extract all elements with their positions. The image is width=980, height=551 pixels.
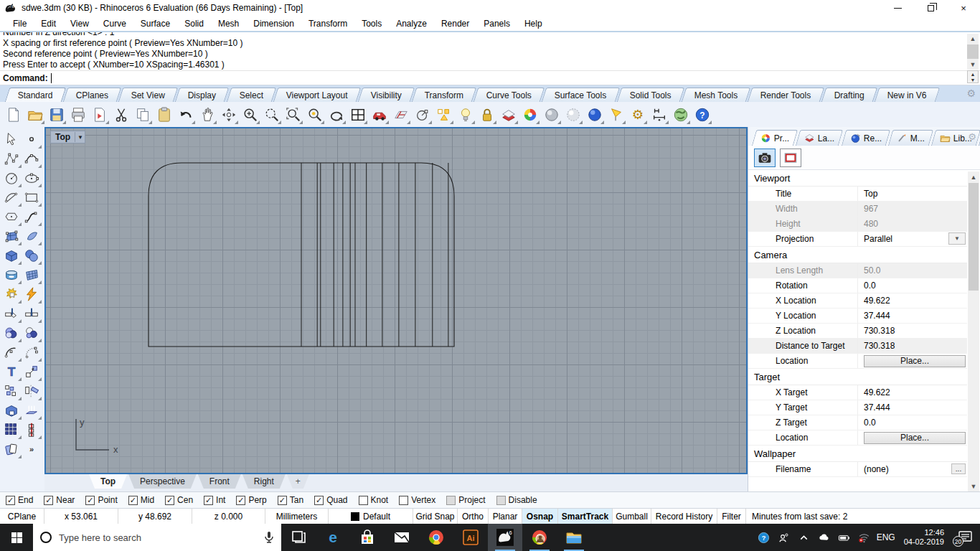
scroll-down-icon[interactable]: ▼ [967, 60, 979, 70]
checkbox-mid[interactable]: ✓ [128, 496, 138, 505]
menu-item-surface[interactable]: Surface [133, 17, 177, 31]
status-grid-snap[interactable]: Grid Snap [413, 509, 458, 524]
toolbar-tab-display[interactable]: Display [175, 88, 230, 102]
toolbar-tab-standard[interactable]: Standard [5, 88, 66, 102]
property-value[interactable]: 37.444 [857, 309, 967, 323]
property-value[interactable]: Top [857, 187, 967, 201]
rotate-view-icon[interactable] [220, 105, 238, 124]
command-line[interactable]: Command: [0, 70, 980, 85]
options-icon[interactable]: ⚙ [628, 105, 647, 124]
status-osnap[interactable]: Osnap [522, 509, 558, 524]
status-record-history[interactable]: Record History [651, 509, 717, 524]
top-viewport[interactable]: yx Top ▼ [44, 127, 748, 474]
chevron-up-icon[interactable] [796, 524, 812, 551]
move-scale-icon[interactable] [22, 362, 41, 380]
osnap-point[interactable]: ✓Point [85, 495, 117, 505]
mail-icon[interactable] [385, 524, 419, 551]
store-icon[interactable] [350, 524, 385, 551]
new-file-icon[interactable] [4, 105, 23, 124]
new-viewport-tab[interactable]: + [287, 474, 309, 489]
toolbar-tab-solid-tools[interactable]: Solid Tools [617, 88, 684, 102]
checkbox-point[interactable]: ✓ [85, 496, 95, 505]
osnap-disable[interactable]: ✓Disable [496, 495, 537, 505]
extrude-surface-icon[interactable] [22, 401, 41, 419]
scroll-thumb[interactable] [967, 44, 979, 59]
explode-star-icon[interactable] [2, 285, 21, 303]
status-z-0-000[interactable]: z 0.000 [192, 509, 265, 524]
notes-flag-icon[interactable] [607, 105, 626, 124]
layer-tools-icon[interactable] [499, 105, 518, 124]
filename-browse-button[interactable]: ... [951, 463, 966, 474]
toolbar-tab-transform[interactable]: Transform [412, 88, 477, 102]
cut-icon[interactable] [112, 105, 131, 124]
box-icon[interactable] [2, 246, 21, 264]
panel-tab-m[interactable]: M... [888, 130, 933, 146]
fillet-lightning-icon[interactable] [22, 285, 41, 303]
osnap-near[interactable]: ✓Near [44, 495, 75, 505]
named-view-icon[interactable] [370, 105, 389, 124]
menu-item-file[interactable]: File [6, 17, 34, 31]
help-icon[interactable]: ? [693, 105, 712, 124]
toolbar-tab-curve-tools[interactable]: Curve Tools [473, 88, 545, 102]
ghosted-viewport-icon[interactable] [564, 105, 583, 124]
checkbox-disable[interactable]: ✓ [496, 496, 506, 505]
viewport-layout-icon[interactable] [349, 105, 367, 124]
checkbox-project[interactable]: ✓ [446, 496, 456, 505]
osnap-int[interactable]: ✓Int [204, 495, 225, 505]
single-point-icon[interactable] [22, 130, 41, 148]
extrude-solid-icon[interactable] [2, 401, 21, 419]
status-minutes-from-last-save-2[interactable]: Minutes from last save: 2 [746, 509, 980, 524]
osnap-tan[interactable]: ✓Tan [278, 495, 303, 505]
panel-scrollbar[interactable]: ▲ ▼ [968, 171, 979, 491]
scroll-down-icon[interactable]: ▼ [968, 481, 979, 491]
taskbar-clock[interactable]: 12:46 04-02-2019 [900, 528, 948, 547]
trim-icon[interactable] [2, 304, 21, 322]
toolbar-tab-visibility[interactable]: Visibility [358, 88, 415, 102]
place-button[interactable]: Place... [864, 432, 966, 444]
paste-icon[interactable] [155, 105, 174, 124]
toolbar-tab-new-in-v6[interactable]: New in V6 [874, 88, 939, 102]
light-icon[interactable] [456, 105, 475, 124]
boolean-difference-icon[interactable] [22, 324, 41, 342]
zoom-selected-icon[interactable] [306, 105, 324, 124]
menu-item-mesh[interactable]: Mesh [211, 17, 246, 31]
osnap-perp[interactable]: ✓Perp [236, 495, 266, 505]
start-button[interactable] [0, 524, 33, 551]
language-indicator[interactable]: ENG [877, 524, 895, 551]
battery-icon[interactable] [837, 524, 852, 551]
selection-filter-icon[interactable] [435, 105, 453, 124]
panel-tab-la[interactable]: La... [796, 130, 844, 146]
checkbox-end[interactable]: ✓ [6, 496, 15, 505]
mirror-icon[interactable] [22, 382, 41, 400]
surface-points-icon[interactable] [2, 227, 21, 245]
shaded-viewport-icon[interactable] [542, 105, 561, 124]
menu-item-dimension[interactable]: Dimension [246, 17, 301, 31]
place-button[interactable]: Place... [864, 355, 966, 367]
chrome-icon[interactable] [419, 524, 453, 551]
checkbox-knot[interactable]: ✓ [359, 496, 368, 505]
checkbox-vertex[interactable]: ✓ [399, 496, 408, 505]
scroll-up-icon[interactable]: ▲ [968, 171, 979, 182]
status-y-48-692[interactable]: y 48.692 [118, 509, 192, 524]
osnap-circle-icon[interactable] [413, 105, 432, 124]
command-scrollbar[interactable]: ▲ ▼ [967, 34, 979, 70]
linear-array-icon[interactable] [22, 420, 41, 438]
checkbox-near[interactable]: ✓ [44, 496, 53, 505]
restore-button[interactable] [914, 0, 947, 16]
property-value[interactable]: 49.622 [857, 293, 967, 308]
lock-icon[interactable] [478, 105, 496, 124]
toolbar-tab-surface-tools[interactable]: Surface Tools [542, 88, 620, 102]
wifi-off-icon[interactable] [857, 524, 872, 551]
close-button[interactable]: × [947, 0, 980, 16]
property-value[interactable]: 730.318 [857, 339, 967, 353]
command-spinner[interactable]: ▲▼ [967, 70, 979, 83]
menu-item-help[interactable]: Help [517, 17, 550, 31]
display-color-icon[interactable] [521, 105, 540, 124]
menu-item-analyze[interactable]: Analyze [389, 17, 434, 31]
checkbox-tan[interactable]: ✓ [278, 496, 287, 505]
rhino-app-icon[interactable]: 6 [488, 524, 522, 551]
arc-icon[interactable] [2, 188, 21, 206]
zoom-window-icon[interactable] [263, 105, 281, 124]
menu-item-panels[interactable]: Panels [476, 17, 517, 31]
status-filter[interactable]: Filter [717, 509, 746, 524]
